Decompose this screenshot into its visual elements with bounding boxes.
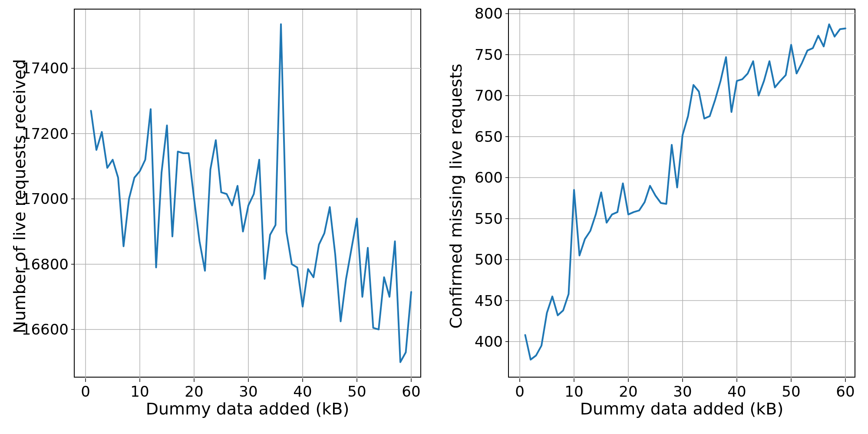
svg-text:50: 50: [782, 383, 800, 400]
data-line-left: [91, 24, 412, 362]
svg-text:10: 10: [564, 383, 583, 400]
xlabel-right: Dummy data added (kB): [508, 399, 855, 418]
yticks-right: 400450500550600650700750800: [475, 5, 509, 350]
svg-text:550: 550: [475, 210, 503, 227]
svg-text:20: 20: [619, 383, 637, 400]
grid-left: [75, 10, 422, 378]
svg-text:450: 450: [475, 292, 503, 309]
xlabel-left: Dummy data added (kB): [74, 399, 421, 418]
svg-text:20: 20: [185, 383, 203, 400]
yticks-left: 1660016800170001720017400: [22, 59, 75, 338]
svg-text:750: 750: [475, 46, 503, 63]
svg-text:650: 650: [475, 128, 503, 145]
svg-text:10: 10: [130, 383, 149, 400]
chart-left: 0102030405060 1660016800170001720017400: [74, 9, 421, 378]
svg-text:30: 30: [673, 383, 692, 400]
ylabel-left: Number of live requests received: [10, 12, 29, 381]
svg-text:60: 60: [836, 383, 855, 400]
svg-text:30: 30: [239, 383, 257, 400]
grid-right: [509, 10, 856, 378]
data-line-right: [525, 24, 846, 360]
figure: 0102030405060 1660016800170001720017400 …: [0, 0, 868, 434]
svg-text:800: 800: [475, 5, 503, 22]
xticks-right: 0102030405060: [515, 378, 855, 400]
svg-text:0: 0: [81, 383, 90, 400]
svg-text:0: 0: [515, 383, 525, 400]
chart-right: 0102030405060 40045050055060065070075080…: [508, 9, 855, 378]
ylabel-right: Confirmed missing live requests: [446, 12, 465, 381]
svg-text:40: 40: [293, 383, 312, 400]
svg-text:60: 60: [402, 383, 420, 400]
svg-text:40: 40: [727, 383, 746, 400]
svg-text:500: 500: [475, 251, 503, 268]
xticks-left: 0102030405060: [81, 378, 420, 400]
svg-text:50: 50: [347, 383, 366, 400]
svg-text:600: 600: [475, 169, 503, 186]
svg-text:700: 700: [475, 87, 503, 104]
svg-text:400: 400: [475, 333, 503, 350]
